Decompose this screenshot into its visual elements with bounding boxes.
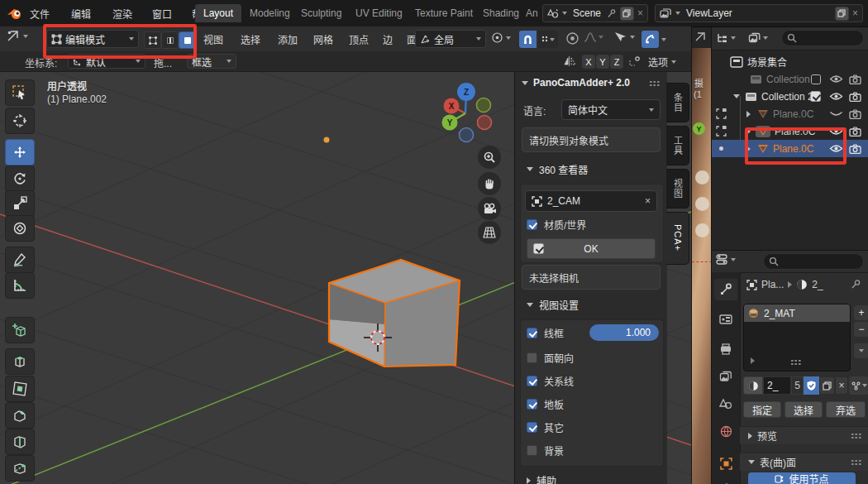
tab-scene[interactable] [714,393,737,415]
tool-loop-cut[interactable] [5,429,35,455]
tab-view-layer[interactable] [714,366,737,387]
options-dropdown[interactable]: 选项 [648,55,676,69]
expand-arrow-icon[interactable] [746,128,751,135]
pan-nav-button[interactable] [478,172,501,195]
material-browse-button[interactable] [743,376,763,395]
camera-object-field[interactable]: 2_CAM × [525,190,657,212]
tool-move[interactable] [5,139,35,165]
material-sphere-icon[interactable] [796,279,808,290]
camera-visibility-icon[interactable] [849,144,861,154]
view-settings-header[interactable]: 视图设置 [527,298,579,312]
tab-tool[interactable] [714,279,737,300]
npanel-tab-tool[interactable]: 工具 [666,126,689,165]
eye-icon[interactable] [829,144,843,153]
fake-user-shield-button[interactable] [804,376,819,395]
workspace-tab-modeling[interactable]: Modeling [241,4,298,22]
pivot-point-dropdown[interactable] [491,31,511,44]
tool-select-box[interactable] [5,79,35,106]
tool-add-cube[interactable] [5,317,35,343]
tab-output[interactable] [714,338,737,360]
wireframe-checkbox[interactable] [527,328,537,338]
zoom-nav-button[interactable] [478,146,501,169]
assign-button[interactable]: 指定 [743,401,781,418]
npanel-tab-item[interactable]: 条目 [666,83,689,122]
menu-edit[interactable]: 编辑 [66,7,96,21]
mini-camera-button[interactable] [695,223,709,237]
tool-rotate[interactable] [5,165,35,192]
camera-visibility-icon[interactable] [849,127,861,137]
outliner-search-input[interactable] [781,30,864,46]
users-count-button[interactable]: 5 [791,376,804,395]
overlays-dropdown[interactable] [641,31,666,48]
viewlayer-selector[interactable]: ViewLayer × [655,4,863,22]
background-toggle[interactable]: 背景 [527,443,564,458]
node-view-dropdown[interactable] [849,376,868,395]
select-mode-face[interactable] [179,31,196,49]
menu-vertex[interactable]: 顶点 [344,32,374,46]
addon-panel-header[interactable]: PanoCamAdder+ 2.0 [522,74,661,91]
eye-icon[interactable] [829,74,843,84]
new-scene-copy-icon[interactable] [620,7,634,21]
properties-search-input[interactable] [763,253,864,270]
tab-world[interactable] [714,420,737,442]
slot-specials-dropdown[interactable] [854,343,868,358]
mini-axis-y-ball[interactable]: Y [693,122,705,135]
camera-viewport-strip[interactable]: 摄 (1 Y [691,26,712,484]
drag-dropdown[interactable]: 拖... [154,55,172,69]
outliner-row-plane-3-selected[interactable]: Plane.0C [712,140,868,157]
tool-measure[interactable] [5,272,35,299]
show-gizmo-dropdown[interactable] [613,31,635,43]
ok-button[interactable]: OK [527,238,656,259]
close-icon[interactable]: × [637,7,643,19]
snap-settings-dropdown[interactable] [538,31,558,48]
use-nodes-button[interactable]: 使用节点 [748,472,856,484]
menu-mesh[interactable]: 网格 [308,32,338,46]
tab-render[interactable] [714,309,737,330]
scene-selector[interactable]: Scene × [542,4,648,22]
outliner-row-plane-1[interactable]: Plane.0C [712,105,868,122]
outliner-filter-dropdown[interactable] [748,30,776,46]
background-checkbox[interactable] [527,445,537,456]
workspace-tab-uv-editing[interactable]: UV Editing [347,4,411,22]
snap-toggle[interactable] [519,31,537,48]
tool-transform[interactable] [5,215,35,242]
mini-pan-button[interactable] [695,197,709,211]
new-viewlayer-copy-icon[interactable] [835,7,849,21]
wireframe-value-slider[interactable]: 1.000 [589,324,659,341]
breadcrumb-material[interactable]: 2_ [812,279,823,290]
expand-arrow-icon[interactable] [733,94,740,98]
tool-cursor[interactable] [5,108,35,134]
menu-file[interactable]: 文件 [25,7,55,21]
camera-visibility-icon[interactable] [849,92,861,102]
eye-icon[interactable] [829,92,843,101]
object-icon[interactable] [746,280,757,290]
material-world-toggle[interactable]: 材质/世界 [527,218,586,232]
blender-logo-icon[interactable] [6,6,22,21]
breadcrumb-object[interactable]: Pla... [761,279,784,290]
properties-editor-type-dropdown[interactable] [715,253,736,266]
add-slot-button[interactable]: + [854,305,868,320]
outliner-row-collection-2[interactable]: Collection 2 [712,88,868,105]
transform-system-dropdown[interactable]: 默认 [68,54,145,69]
language-dropdown[interactable]: 简体中文 [561,99,661,120]
npanel-tab-view[interactable]: 视图 [666,169,689,208]
editor-type-dropdown[interactable] [7,30,28,42]
menu-select[interactable]: 选择 [236,32,265,46]
proportional-falloff-dropdown[interactable] [584,31,603,43]
other-toggle[interactable]: 其它 [527,420,564,434]
workspace-tab-shading[interactable]: Shading [475,4,527,22]
tab-object[interactable] [714,453,737,474]
proportional-edit-toggle[interactable] [565,31,579,46]
tool-inset-faces[interactable] [5,376,35,402]
select-box-mode-dropdown[interactable]: 框选 [187,54,236,69]
pin-icon[interactable] [607,8,617,18]
workspace-tab-sculpting[interactable]: Sculpting [293,4,350,22]
menu-render[interactable]: 渲染 [107,7,137,21]
axis-neg-y[interactable] [477,98,491,113]
outliner-display-mode-dropdown[interactable] [716,30,744,46]
camera-visibility-icon[interactable] [849,74,861,84]
transform-orientation-dropdown[interactable]: 全局 [415,30,486,48]
overlay-toggle-icon[interactable] [641,31,659,48]
relationship-lines-checkbox[interactable] [527,376,537,386]
material-slot-list[interactable]: 2_MAT [743,304,851,371]
